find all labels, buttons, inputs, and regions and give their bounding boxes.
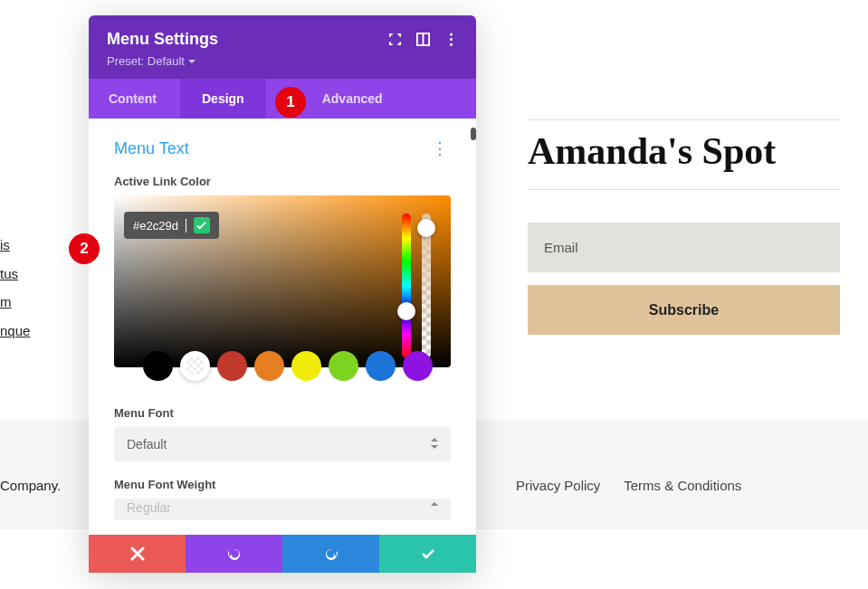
fullscreen-icon[interactable] xyxy=(388,33,402,46)
swatch-black[interactable] xyxy=(143,351,173,381)
cancel-button[interactable] xyxy=(89,535,186,573)
section-title-menu-text[interactable]: Menu Text xyxy=(114,139,189,158)
hex-value: #e2c29d xyxy=(133,219,178,233)
panel-header: Menu Settings Preset: Default xyxy=(89,15,476,79)
footer-link-terms[interactable]: Terms & Conditions xyxy=(624,478,741,493)
confirm-hex-button[interactable] xyxy=(194,217,210,233)
panel-title: Menu Settings xyxy=(107,30,218,49)
undo-icon xyxy=(227,546,242,561)
swatch-red[interactable] xyxy=(217,351,247,381)
link-fragment[interactable]: nque xyxy=(0,317,30,346)
close-icon xyxy=(130,546,145,561)
swatch-orange[interactable] xyxy=(254,351,284,381)
text-caret xyxy=(186,219,186,233)
color-picker-area[interactable]: #e2c29d xyxy=(114,195,451,367)
panel-action-bar xyxy=(89,535,476,573)
annotation-badge-1: 1 xyxy=(275,87,306,118)
email-field[interactable]: Email xyxy=(528,223,840,272)
panel-body: Menu Text ⋮ Active Link Color #e2c29d xyxy=(89,119,476,529)
swatch-yellow[interactable] xyxy=(291,351,321,381)
swatch-purple[interactable] xyxy=(403,351,433,381)
annotation-badge-2: 2 xyxy=(69,233,100,264)
select-arrows-icon xyxy=(431,436,438,452)
footer-links: Privacy Policy Terms & Conditions xyxy=(516,478,761,493)
columns-icon[interactable] xyxy=(416,33,430,46)
hue-slider[interactable] xyxy=(402,214,411,358)
hue-thumb[interactable] xyxy=(397,302,415,320)
right-sidebar: Amanda's Spot Email Subscribe xyxy=(528,119,840,335)
swatch-transparent[interactable] xyxy=(180,351,210,381)
link-fragment[interactable]: tus xyxy=(0,260,30,289)
swatch-green[interactable] xyxy=(329,351,358,381)
check-icon xyxy=(421,546,435,561)
section-more-icon[interactable]: ⋮ xyxy=(428,138,451,158)
more-icon[interactable] xyxy=(444,33,458,46)
subscribe-button[interactable]: Subscribe xyxy=(528,285,840,335)
left-nav-links: is tus m nque xyxy=(0,231,30,345)
panel-header-icons xyxy=(388,33,458,46)
menu-font-weight-label: Menu Font Weight xyxy=(114,478,451,491)
select-arrows-icon xyxy=(431,500,438,517)
redo-button[interactable] xyxy=(282,535,379,573)
scrollbar-thumb[interactable] xyxy=(471,128,476,140)
menu-font-weight-select[interactable]: Regular xyxy=(114,499,451,520)
link-fragment[interactable]: m xyxy=(0,288,30,317)
preset-dropdown[interactable]: Preset: Default xyxy=(107,54,458,68)
hex-input-chip[interactable]: #e2c29d xyxy=(124,212,219,239)
undo-button[interactable] xyxy=(186,535,282,573)
svg-point-2 xyxy=(450,33,453,35)
footer-company-text: Company. xyxy=(0,478,61,493)
caret-down-icon xyxy=(188,58,196,65)
swatch-blue[interactable] xyxy=(366,351,396,381)
site-title: Amanda's Spot xyxy=(528,119,840,190)
svg-point-4 xyxy=(450,43,453,46)
menu-font-select[interactable]: Default xyxy=(114,427,451,461)
active-link-color-label: Active Link Color xyxy=(114,175,451,188)
menu-font-label: Menu Font xyxy=(114,406,451,420)
link-fragment[interactable]: is xyxy=(0,231,30,260)
footer-link-privacy[interactable]: Privacy Policy xyxy=(516,478,600,493)
svg-point-3 xyxy=(450,38,453,41)
tab-design[interactable]: Design xyxy=(180,79,266,119)
email-placeholder: Email xyxy=(544,240,578,255)
save-button[interactable] xyxy=(379,535,476,573)
redo-icon xyxy=(324,546,339,561)
alpha-thumb[interactable] xyxy=(417,219,435,237)
tab-content[interactable]: Content xyxy=(89,79,180,119)
alpha-slider[interactable] xyxy=(422,214,431,358)
